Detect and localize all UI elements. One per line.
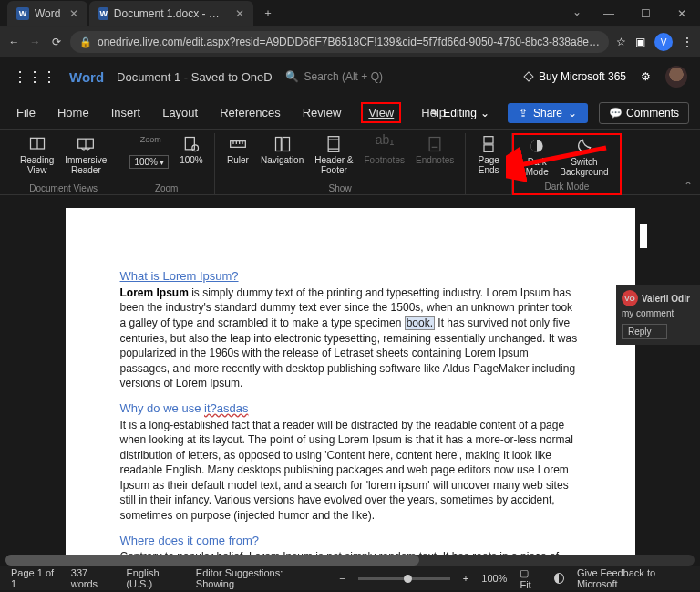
fit-button[interactable]: ▢ Fit — [520, 567, 540, 590]
reply-button[interactable]: Reply — [622, 324, 667, 339]
page-accent — [640, 224, 647, 248]
comment-card[interactable]: VO Valerii Odir my comment Reply — [616, 285, 700, 345]
document-page[interactable]: What is Lorem Ipsum? Lorem Ipsum is simp… — [66, 208, 635, 555]
app-launcher-icon[interactable]: ⋮⋮⋮ — [13, 68, 57, 86]
endnotes-button: Endnotes — [410, 133, 459, 177]
chevron-down-icon: ⌄ — [480, 107, 489, 119]
status-bar: Page 1 of 1 337 words English (U.S.) Edi… — [0, 566, 700, 590]
forward-button: → — [28, 31, 42, 53]
comment-text: my comment — [622, 308, 695, 318]
browser-tab-word[interactable]: W Word ✕ — [7, 1, 88, 26]
horizontal-scrollbar[interactable] — [5, 555, 695, 566]
profile-avatar[interactable]: V — [654, 33, 673, 51]
svg-rect-7 — [329, 137, 340, 152]
close-tab-icon[interactable]: ✕ — [235, 7, 244, 20]
ribbon-tabs: File Home Insert Layout References Revie… — [0, 97, 700, 130]
search-box[interactable]: 🔍 Search (Alt + Q) — [285, 70, 383, 83]
diamond-icon — [524, 71, 534, 81]
heading-2[interactable]: Why do we use it?asdas — [120, 400, 581, 417]
zoom-percent[interactable]: 100% — [481, 573, 507, 584]
spelling-error[interactable]: it?asdas — [204, 401, 248, 415]
tab-layout[interactable]: Layout — [160, 102, 200, 123]
paragraph-1[interactable]: Lorem Ipsum is simply dummy text of the … — [120, 286, 581, 391]
page-count[interactable]: Page 1 of 1 — [11, 567, 58, 589]
window-tab-dropdown[interactable]: ⌄ — [572, 5, 582, 18]
maximize-button[interactable]: ☐ — [627, 0, 664, 27]
navigation-button[interactable]: Navigation — [255, 133, 309, 177]
browser-titlebar: W Word ✕ W Document 1.docx - Microsoft W… — [0, 0, 700, 27]
editor-suggestions[interactable]: Editor Suggestions: Showing — [196, 567, 314, 589]
page-ends-button[interactable]: Page Ends — [471, 133, 506, 177]
group-document-views: Reading View Immersive Reader Document V… — [9, 133, 118, 195]
svg-point-3 — [192, 145, 199, 151]
word-count[interactable]: 337 words — [71, 567, 114, 589]
header-footer-button[interactable]: Header & Footer — [309, 133, 358, 177]
switch-background-button[interactable]: Switch Background — [554, 135, 613, 179]
document-canvas[interactable]: What is Lorem Ipsum? Lorem Ipsum is simp… — [0, 195, 700, 555]
collapse-ribbon-icon[interactable]: ⌃ — [684, 180, 693, 192]
svg-rect-4 — [231, 141, 246, 148]
tab-view[interactable]: View — [361, 102, 401, 123]
search-container: 🔍 Search (Alt + Q) — [285, 70, 513, 83]
language[interactable]: English (U.S.) — [126, 567, 182, 589]
word-favicon: W — [98, 7, 108, 20]
reload-button[interactable]: ⟳ — [49, 31, 63, 53]
account-avatar[interactable] — [665, 66, 687, 88]
zoom-out-button[interactable]: − — [339, 573, 345, 584]
text-selection[interactable]: book. — [405, 316, 435, 330]
group-label: Show — [329, 183, 352, 195]
commenter-avatar: VO — [622, 290, 638, 306]
ruler-button[interactable]: Ruler — [221, 133, 255, 177]
zoom-slider[interactable] — [358, 577, 450, 580]
buy-m365[interactable]: Buy Microsoft 365 — [525, 70, 626, 83]
group-label: Zoom — [155, 183, 179, 195]
tab-title: Document 1.docx - Microsoft W — [114, 7, 227, 20]
search-icon: 🔍 — [285, 70, 299, 83]
tab-insert[interactable]: Insert — [109, 102, 143, 123]
close-window-button[interactable]: ✕ — [664, 0, 700, 27]
comments-button[interactable]: 💬 Comments — [599, 102, 689, 124]
svg-rect-5 — [275, 138, 281, 151]
word-logo[interactable]: Word — [69, 69, 104, 85]
group-label: Document Views — [29, 183, 98, 195]
paragraph-2[interactable]: It is a long-established fact that a rea… — [120, 418, 581, 524]
tab-references[interactable]: References — [218, 102, 282, 123]
document-title-status[interactable]: Document 1 - Saved to OneD — [117, 70, 273, 84]
scrollbar-thumb[interactable] — [5, 555, 419, 566]
zoom-in-button[interactable]: + — [463, 573, 468, 584]
new-tab-button[interactable]: ＋ — [255, 5, 281, 21]
extensions-icon[interactable]: ▣ — [635, 36, 645, 48]
reading-view-button[interactable]: Reading View — [15, 133, 59, 177]
star-icon[interactable]: ☆ — [616, 36, 626, 48]
tab-review[interactable]: Review — [301, 102, 344, 123]
url-text: onedrive.live.com/edit.aspx?resid=A9DDD6… — [98, 36, 600, 48]
zoom-dropdown[interactable]: Zoom100%▾ — [124, 133, 174, 171]
tab-home[interactable]: Home — [56, 102, 91, 123]
svg-rect-10 — [484, 145, 493, 152]
address-bar[interactable]: 🔒 onedrive.live.com/edit.aspx?resid=A9DD… — [70, 31, 609, 53]
immersive-reader-button[interactable]: Immersive Reader — [59, 133, 112, 177]
dark-mode-toggle-icon[interactable] — [554, 573, 564, 584]
zoom-knob[interactable] — [404, 575, 412, 583]
comment-icon: 💬 — [609, 107, 623, 119]
commenter-name: Valerii Odir — [642, 294, 690, 304]
heading-3[interactable]: Where does it come from? — [120, 533, 581, 549]
ribbon-body: Reading View Immersive Reader Document V… — [0, 130, 700, 195]
browser-menu-icon[interactable]: ⋮ — [682, 36, 693, 48]
chevron-down-icon: ▾ — [160, 157, 164, 167]
editing-mode-dropdown[interactable]: ✎ Editing ⌄ — [423, 103, 497, 123]
svg-rect-9 — [484, 137, 493, 144]
dark-mode-button[interactable]: Dark Mode — [520, 135, 554, 179]
feedback-link[interactable]: Give Feedback to Microsoft — [577, 567, 689, 589]
settings-gear-icon[interactable]: ⚙ — [641, 70, 651, 83]
share-button[interactable]: ⇪ Share ⌄ — [508, 103, 588, 123]
heading-1[interactable]: What is Lorem Ipsum? — [120, 268, 581, 285]
browser-tab-doc[interactable]: W Document 1.docx - Microsoft W ✕ — [89, 1, 253, 26]
svg-rect-8 — [429, 138, 440, 151]
zoom-100-button[interactable]: 100% — [174, 133, 209, 171]
back-button[interactable]: ← — [7, 31, 21, 53]
tab-file[interactable]: File — [15, 102, 37, 123]
close-tab-icon[interactable]: ✕ — [69, 7, 78, 20]
browser-toolbar: ← → ⟳ 🔒 onedrive.live.com/edit.aspx?resi… — [0, 27, 700, 57]
minimize-button[interactable]: — — [591, 0, 627, 27]
